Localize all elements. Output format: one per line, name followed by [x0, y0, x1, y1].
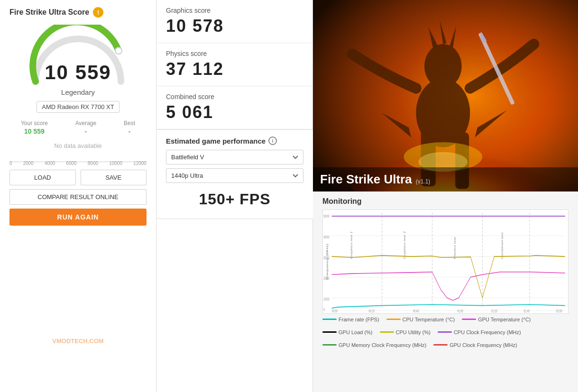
legend-cpu-utility: CPU Utility (%) — [380, 329, 431, 335]
svg-text:Graphics test 2: Graphics test 2 — [404, 231, 406, 259]
monitoring-chart: 5000 4000 3000 2000 1000 0 — [322, 210, 569, 314]
game-perf-title: Estimated game performance i — [166, 137, 303, 145]
right-panel: Graphics score 10 578 Physics score 37 1… — [156, 0, 578, 392]
svg-point-0 — [115, 47, 122, 54]
game-image: Fire Strike Ultra (v1.1) — [313, 0, 578, 191]
svg-text:4000: 4000 — [323, 234, 330, 239]
resolution-dropdown[interactable]: 1440p Ultra 1080p Ultra 4K Ultra — [166, 168, 303, 183]
save-button[interactable]: SAVE — [81, 170, 147, 185]
physics-score-value: 37 112 — [166, 59, 303, 79]
info-icon[interactable]: i — [268, 137, 277, 145]
legend-framerate: Frame rate (FPS) — [322, 317, 379, 322]
game-version: (v1.1) — [416, 178, 431, 185]
legend-cpu-clock: CPU Clock Frequency (MHz) — [438, 329, 521, 335]
legend-gpu-temp: GPU Temperature (°C) — [462, 317, 531, 322]
svg-text:Combined test: Combined test — [501, 232, 504, 259]
svg-text:Frequency (MHz): Frequency (MHz) — [326, 243, 329, 279]
no-data-label: No data available — [54, 142, 101, 149]
svg-text:01:00: 01:00 — [457, 309, 463, 313]
average-label: Average — [75, 120, 96, 127]
legend-gpu-load: GPU Load (%) — [322, 329, 373, 335]
legend-gpu-clock: GPU Clock Frequency (MHz) — [433, 342, 517, 348]
game-perf-section: Estimated game performance i Battlefield… — [156, 129, 313, 219]
left-panel: Fire Strike Ultra Score ! 10 559 Legenda… — [0, 0, 156, 392]
game-dropdown[interactable]: Battlefield V Call of Duty Cyberpunk 207… — [166, 150, 303, 164]
legend-cpu-temp: CPU Temperature (°C) — [386, 317, 455, 322]
gpu-label: AMD Radeon RX 7700 XT — [37, 101, 119, 113]
game-artwork — [313, 0, 578, 191]
compare-button[interactable]: COMPARE RESULT ONLINE — [9, 189, 147, 205]
run-again-button[interactable]: RUN AGAIN — [9, 209, 147, 226]
gauge-score: 10 559 — [45, 61, 111, 84]
svg-text:00:40: 00:40 — [413, 309, 419, 313]
load-button[interactable]: LOAD — [9, 170, 76, 185]
svg-text:0: 0 — [323, 306, 325, 311]
svg-text:02:00: 02:00 — [556, 309, 562, 313]
physics-score-card: Physics score 37 112 — [156, 43, 312, 86]
your-score-label: Your score — [21, 120, 48, 127]
monitoring-section: Monitoring 5000 4000 3000 2000 1000 0 — [313, 191, 578, 392]
watermark: VMODTECH.COM — [52, 337, 103, 345]
gauge-container: 10 559 — [26, 25, 130, 86]
right-right-col: Fire Strike Ultra (v1.1) Monitoring 5000… — [313, 0, 578, 392]
svg-text:01:40: 01:40 — [524, 309, 530, 313]
combined-score-card: Combined score 5 061 — [156, 86, 312, 129]
svg-text:00:00: 00:00 — [332, 309, 338, 313]
graphics-score-card: Graphics score 10 578 — [156, 0, 312, 43]
svg-text:00:20: 00:20 — [369, 309, 375, 313]
right-left-col: Graphics score 10 578 Physics score 37 1… — [156, 0, 313, 392]
svg-text:1000: 1000 — [323, 296, 330, 301]
best-col: Best - — [124, 120, 135, 135]
combined-score-value: 5 061 — [166, 102, 303, 122]
chart-legend: Frame rate (FPS) CPU Temperature (°C) GP… — [322, 317, 569, 348]
best-label: Best — [124, 120, 135, 127]
svg-text:5000: 5000 — [323, 213, 330, 219]
warning-icon: ! — [93, 7, 103, 18]
game-perf-label: Estimated game performance — [166, 137, 266, 145]
benchmark-title: Fire Strike Ultra Score — [9, 8, 89, 17]
average-value: - — [85, 128, 87, 135]
average-col: Average - — [75, 120, 96, 135]
combined-score-label: Combined score — [166, 93, 303, 100]
fps-display: 150+ FPS — [166, 187, 303, 212]
your-score-col: Your score 10 559 — [21, 120, 48, 135]
scores-row: Your score 10 559 Average - Best - — [9, 120, 147, 135]
svg-text:Graphics test 1: Graphics test 1 — [350, 231, 353, 259]
graphics-score-value: 10 578 — [166, 16, 303, 36]
svg-point-5 — [416, 79, 470, 147]
monitoring-title: Monitoring — [322, 197, 569, 206]
your-score-value: 10 559 — [24, 128, 45, 135]
physics-score-label: Physics score — [166, 50, 303, 57]
legend-gpu-mem-clock: GPU Memory Clock Frequency (MHz) — [322, 342, 426, 348]
monitoring-chart-svg: 5000 4000 3000 2000 1000 0 — [323, 210, 568, 313]
svg-text:Physics test: Physics test — [454, 237, 457, 259]
svg-text:01:20: 01:20 — [491, 309, 497, 313]
game-image-overlay: Fire Strike Ultra (v1.1) — [313, 167, 578, 191]
load-save-row: LOAD SAVE — [9, 170, 147, 185]
score-axis: 0 2000 4000 6000 8000 10000 12000 — [9, 152, 147, 166]
title-bar: Fire Strike Ultra Score ! — [9, 7, 147, 18]
best-value: - — [128, 128, 131, 135]
right-content: Graphics score 10 578 Physics score 37 1… — [156, 0, 578, 392]
svg-point-6 — [424, 44, 462, 88]
game-title: Fire Strike Ultra — [320, 172, 412, 187]
tier-label: Legendary — [61, 88, 95, 96]
axis-labels: 0 2000 4000 6000 8000 10000 12000 — [9, 161, 147, 166]
graphics-score-label: Graphics score — [166, 7, 303, 14]
